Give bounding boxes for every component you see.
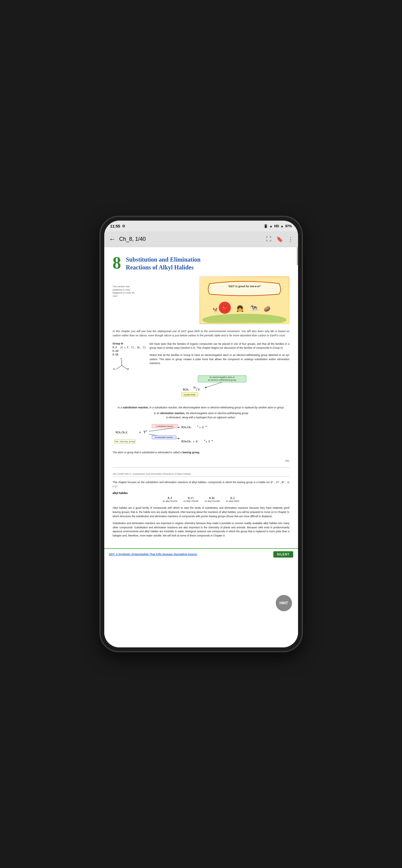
svg-text:⊖: ⊖: [206, 425, 207, 428]
bookmark-icon[interactable]: 🔖: [276, 236, 283, 243]
svg-text:O: O: [120, 358, 122, 360]
status-bar: 11:55 ⊙ 📳 ▲ HD ▲ 97%: [104, 221, 298, 231]
leaving-group-def: The atom or group that is substituted or…: [113, 451, 289, 455]
toolbar-icons: ⛶ 🔖 ⋮: [266, 236, 293, 243]
svg-text:RCH=CH₂ + H: RCH=CH₂ + H: [181, 440, 197, 443]
wifi-icon: ▲: [270, 224, 273, 228]
alkyl-iodide: R—I an alkyl iodide: [226, 497, 239, 502]
svg-text:R: R: [113, 368, 115, 370]
back-button[interactable]: ←: [109, 236, 116, 243]
fullscreen-icon[interactable]: ⛶: [266, 236, 272, 242]
scrollbar-indicator[interactable]: [297, 247, 298, 265]
svg-text:a polar bond: a polar bond: [184, 394, 195, 396]
svg-text:R: R: [127, 368, 129, 370]
svg-text:/: /: [196, 388, 198, 391]
svg-text:⊖: ⊖: [212, 439, 213, 442]
svg-line-10: [116, 366, 122, 370]
reaction-arrows-diagram: RCH₂CH₂X + Y ⊖ the leaving group a subst…: [113, 423, 289, 447]
page-header-292: 292 CHAPTER 8 / Substitution and Elimina…: [113, 472, 289, 477]
silent-button[interactable]: SILENT: [273, 551, 293, 558]
alkyl-halides-label: alkyl halides: [113, 492, 289, 495]
svg-text:an electron-withdrawing group: an electron-withdrawing group: [208, 379, 236, 381]
hint-button[interactable]: HINT: [276, 595, 292, 611]
svg-text:the leaving group: the leaving group: [115, 440, 135, 443]
alkyl-chloride: R—Cl an alkyl chloride: [184, 497, 198, 502]
chapter-header: 8 Substitution and Elimination Reactions…: [113, 254, 289, 271]
svg-line-11: [122, 366, 128, 370]
time-display: 11:55: [110, 224, 120, 228]
svg-text:+: +: [139, 431, 141, 434]
status-right: 📳 ▲ HD ▲ 97%: [264, 224, 292, 228]
ddt-caption: This cartoon was published in Time Magaz…: [113, 285, 137, 298]
alkyl-fluoride: R—F an alkyl fluoride: [163, 497, 178, 502]
chapter-number: 8: [113, 254, 121, 271]
elimination-def: In an elimination reaction, the electron…: [113, 411, 289, 420]
page-292-text-1: This chapter focuses on the substitution…: [113, 480, 289, 489]
reaction-diagram: An electronegative atom or an electron-w…: [113, 375, 289, 403]
svg-text:+ X: + X: [199, 426, 204, 429]
svg-text:a substitution reaction: a substitution reaction: [155, 425, 173, 427]
svg-text:X: X: [198, 388, 200, 391]
battery-display: 97%: [285, 224, 292, 228]
bottom-banner: DDT: A Synthetic Organohalide That Kills…: [104, 548, 298, 560]
substitution-def: In a substitution reaction, In a substit…: [113, 406, 289, 410]
svg-text:🐕: 🐕: [213, 308, 219, 313]
svg-text:an elimination reaction: an elimination reaction: [155, 436, 173, 438]
svg-text:An electronegative atom or: An electronegative atom or: [210, 376, 235, 378]
phone-frame: 11:55 ⊙ 📳 ▲ HD ▲ 97% ← Ch_8, 1/40 ⛶ 🔖 ⋮: [101, 217, 302, 651]
network-label: HD: [274, 224, 279, 228]
svg-text:RCH₂CH₂: RCH₂CH₂: [181, 426, 192, 429]
svg-text:👧: 👧: [236, 305, 244, 312]
page-292-text-3: Substitution and elimination reactions a…: [113, 521, 289, 538]
svg-text:RCH₂: RCH₂: [183, 388, 190, 391]
book-page: 8 Substitution and Elimination Reactions…: [104, 247, 298, 548]
intro-text: In this chapter you will see how the wid…: [113, 329, 289, 338]
svg-line-18: [206, 382, 222, 388]
app-toolbar: ← Ch_8, 1/40 ⛶ 🔖 ⋮: [104, 231, 298, 247]
ddt-image-container: This cartoon was published in Time Magaz…: [113, 276, 289, 324]
bottom-banner-text[interactable]: DDT: A Synthetic Organohalide That Kills…: [109, 553, 197, 556]
toolbar-title: Ch_8, 1/40: [119, 236, 262, 242]
signal-icon: ▲: [281, 224, 284, 228]
group-section: Group III R—X (X = F, Cl, Br, I) R—OH R—…: [113, 342, 289, 373]
phone-screen: 11:55 ⊙ 📳 ▲ HD ▲ 97% ← Ch_8, 1/40 ⛶ 🔖 ⋮: [104, 221, 298, 647]
alkyl-bromide: R—Br an alkyl bromide: [205, 497, 220, 502]
more-vert-icon[interactable]: ⋮: [288, 236, 293, 243]
svg-text:🐄: 🐄: [249, 304, 258, 312]
chapter-title: Substitution and Elimination Reactions o…: [126, 254, 201, 271]
svg-text:"DDT is good for me-e-e!": "DDT is good for me-e-e!": [227, 285, 261, 288]
ddt-image: "DDT is good for me-e-e!" 🍎 👧 🐄 🥔 🐕: [199, 276, 289, 324]
page-number-291: 291: [113, 458, 289, 462]
svg-text:⊖: ⊖: [146, 430, 147, 432]
svg-text:Y: Y: [197, 425, 198, 428]
svg-text:+ X: + X: [206, 440, 210, 443]
svg-text:RCH₂CH₂X: RCH₂CH₂X: [116, 431, 127, 434]
alkyl-halides-row: R—F an alkyl fluoride R—Cl an alkyl chlo…: [113, 497, 289, 502]
svg-text:Y: Y: [144, 430, 146, 434]
group-iii-box: Group III R—X (X = F, Cl, Br, I) R—OH R—…: [113, 342, 146, 370]
vibrate-icon: 📳: [264, 224, 268, 228]
location-icon: ⊙: [122, 224, 125, 228]
status-left: 11:55 ⊙: [110, 224, 125, 228]
page-292-text-2: Alkyl halides are a good family of compo…: [113, 506, 289, 518]
page-break: [113, 467, 289, 468]
svg-text:🍎: 🍎: [222, 305, 227, 310]
page-content: 8 Substitution and Elimination Reactions…: [104, 247, 298, 647]
svg-text:🥔: 🥔: [264, 306, 271, 312]
